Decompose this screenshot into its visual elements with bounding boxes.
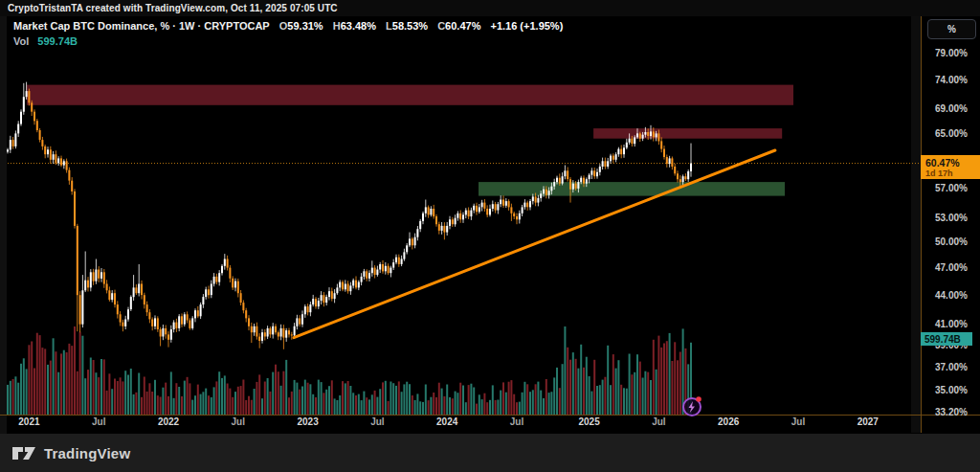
candle-body — [540, 193, 542, 198]
candle-body — [321, 295, 323, 301]
candle-body — [111, 293, 113, 300]
volume-bar — [657, 336, 659, 415]
candle-body — [602, 161, 604, 167]
candle-body — [634, 137, 635, 144]
volume-bar — [358, 394, 360, 415]
volume-bar — [617, 360, 619, 415]
candle-body — [36, 121, 38, 130]
drawn-zones[interactable] — [27, 85, 793, 196]
volume-bar — [71, 346, 73, 415]
volume-bar — [291, 392, 293, 415]
volume-bar — [479, 394, 480, 415]
chart-canvas[interactable]: 79.00%74.00%69.00%65.00%61.00%57.00%53.0… — [0, 0, 980, 472]
candle-body — [41, 140, 43, 146]
candle-body — [100, 272, 102, 279]
candle-body — [237, 281, 239, 294]
volume-bar — [452, 398, 454, 415]
candle-body — [388, 266, 390, 273]
candle-body — [90, 272, 92, 287]
volume-bar — [187, 377, 189, 415]
volume-bar — [133, 394, 135, 415]
volume-bar — [194, 395, 196, 415]
volume-bar — [502, 382, 504, 415]
volume-indicator-label[interactable]: Vol — [13, 35, 29, 47]
candle-body — [455, 218, 457, 225]
price-tick-label: 47.00% — [935, 262, 968, 273]
candle-body — [556, 178, 558, 183]
volume-bar — [79, 332, 81, 415]
resistance-zone-upper[interactable] — [27, 85, 793, 105]
tradingview-logo-icon[interactable] — [11, 444, 36, 461]
volume-bar — [261, 398, 263, 415]
volume-bar — [57, 372, 59, 415]
candle-body — [224, 259, 226, 266]
price-axis[interactable]: 79.00%74.00%69.00%65.00%61.00%57.00%53.0… — [935, 48, 968, 417]
candle-body — [483, 203, 485, 209]
candle-body — [122, 323, 123, 326]
open-value: 59.31% — [287, 20, 323, 32]
volume-bar — [95, 372, 97, 415]
candle-body — [639, 133, 641, 138]
volume-bar — [224, 375, 226, 415]
volume-bar — [607, 346, 609, 415]
volume-bar — [138, 373, 140, 416]
close-label: C — [437, 20, 445, 32]
support-zone-green[interactable] — [479, 182, 785, 196]
candle-body — [526, 203, 528, 208]
volume-bar — [256, 382, 257, 415]
candle-body — [663, 149, 665, 157]
candle-body — [315, 299, 317, 306]
candle-body — [288, 330, 290, 334]
candle-body — [371, 268, 373, 274]
volume-bar — [513, 394, 515, 415]
candle-body — [7, 149, 9, 151]
footer-bar: TradingView — [0, 434, 980, 472]
candle-body — [12, 140, 14, 146]
pane-left-margin — [0, 16, 7, 434]
volume-bar — [548, 393, 550, 415]
candle-body — [631, 139, 633, 144]
last-price-label: 60.47% 1d 17h — [921, 155, 980, 179]
tradingview-chart-snapshot: CryptoTristanTA created with TradingView… — [0, 0, 980, 472]
candle-body — [446, 226, 448, 233]
candle-body — [583, 178, 585, 184]
candle-body — [200, 304, 202, 316]
volume-bar — [68, 344, 70, 415]
candle-body — [10, 140, 11, 149]
volume-bar — [23, 358, 25, 415]
volume-bar — [569, 360, 571, 415]
volume-bar — [294, 380, 296, 415]
symbol-title[interactable]: Market Cap BTC Dominance, % · 1W · CRYPT… — [13, 20, 270, 32]
volume-bar — [602, 380, 604, 415]
tradingview-wordmark[interactable]: TradingView — [44, 445, 130, 461]
resistance-zone-mid[interactable] — [593, 128, 782, 139]
candle-body — [336, 287, 338, 293]
candle-body — [428, 207, 430, 214]
volume-bar — [586, 357, 588, 415]
candle-body — [229, 268, 231, 279]
volume-bar — [66, 352, 68, 415]
time-tick-label: Jul — [232, 416, 246, 427]
candle-body — [81, 290, 83, 324]
candle-body — [108, 290, 110, 300]
volume-bar — [280, 386, 282, 415]
volume-bar — [543, 398, 545, 415]
candle-body — [218, 273, 220, 281]
ascending-trendline[interactable] — [294, 150, 775, 338]
candle-body — [629, 139, 631, 143]
candle-body — [537, 198, 539, 203]
time-axis[interactable]: 2021Jul2022Jul2023Jul2024Jul2025Jul2026J… — [18, 416, 879, 427]
candle-body — [347, 284, 349, 292]
candle-body — [401, 259, 403, 264]
candle-body — [535, 196, 537, 202]
price-tick-label: 79.00% — [935, 48, 968, 58]
volume-bar — [419, 401, 421, 415]
volume-bar — [589, 376, 590, 415]
candle-body — [84, 281, 86, 291]
candle-body — [575, 184, 577, 189]
volume-bar — [33, 369, 35, 416]
candle-body — [374, 268, 376, 275]
candle-body — [232, 279, 234, 288]
percent-scale-button[interactable]: % — [927, 19, 976, 39]
alert-lightning-icon[interactable] — [683, 396, 702, 416]
